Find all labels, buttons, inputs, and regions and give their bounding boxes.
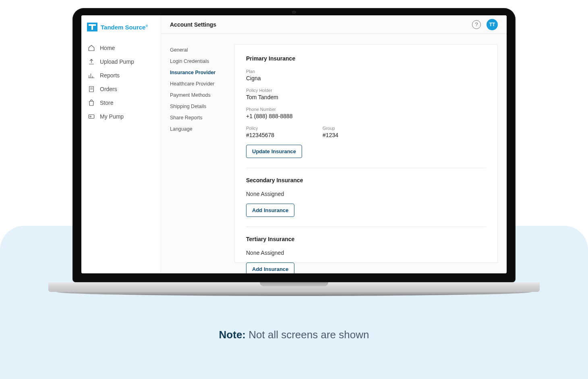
nav-reports-label: Reports — [100, 72, 120, 79]
brand-name: Tandem Source® — [101, 24, 148, 31]
secondary-insurance-title: Secondary Insurance — [246, 177, 486, 183]
tertiary-insurance-section: Tertiary Insurance None Assigned Add Ins… — [246, 227, 486, 273]
avatar[interactable]: TT — [487, 19, 498, 30]
add-tertiary-insurance-button[interactable]: Add Insurance — [246, 262, 294, 273]
policy-label: Policy — [246, 126, 274, 131]
app-sidebar: Tandem Source® Home Upload Pump — [81, 15, 161, 273]
brand-mark-icon — [87, 23, 97, 31]
nav-store-label: Store — [100, 100, 113, 106]
brand-logo[interactable]: Tandem Source® — [81, 21, 161, 39]
nav-my-pump[interactable]: My Pump — [84, 110, 158, 123]
receipt-icon — [88, 85, 95, 93]
svg-point-2 — [90, 116, 91, 117]
plan-value: Cigna — [246, 75, 486, 81]
settings-nav-shipping[interactable]: Shipping Details — [170, 101, 226, 112]
group-label: Group — [323, 126, 338, 131]
caption-bold: Note: — [219, 329, 246, 341]
plan-label: Plan — [246, 69, 486, 74]
nav-home-label: Home — [100, 45, 115, 51]
secondary-insurance-section: Secondary Insurance None Assigned Add In… — [246, 168, 486, 227]
secondary-none-text: None Assigned — [246, 191, 486, 197]
phone-value: +1 (888) 888-8888 — [246, 113, 486, 119]
main-area: Account Settings ? TT General Login Cred… — [161, 15, 507, 273]
laptop-base — [48, 282, 540, 297]
settings-subnav: General Login Credentials Insurance Prov… — [170, 44, 226, 263]
laptop-camera — [292, 11, 296, 13]
add-secondary-insurance-button[interactable]: Add Insurance — [246, 204, 294, 217]
nav-reports[interactable]: Reports — [84, 69, 158, 82]
app-screen: Tandem Source® Home Upload Pump — [81, 15, 507, 273]
caption-rest: Not all screens are shown — [246, 329, 369, 341]
topbar: Account Settings ? TT — [161, 15, 507, 34]
laptop-frame: Tandem Source® Home Upload Pump — [72, 8, 516, 282]
bar-chart-icon — [88, 72, 95, 79]
footer-caption: Note: Not all screens are shown — [0, 329, 588, 341]
insurance-panel: Primary Insurance Plan Cigna Policy Hold… — [234, 44, 498, 263]
laptop-mockup: Tandem Source® Home Upload Pump — [72, 8, 516, 297]
primary-insurance-section: Primary Insurance Plan Cigna Policy Hold… — [246, 55, 486, 168]
topbar-actions: ? TT — [472, 19, 498, 30]
group-field: Group #1234 — [323, 126, 338, 138]
primary-nav: Home Upload Pump Reports — [81, 39, 161, 126]
upload-icon — [88, 58, 95, 65]
phone-label: Phone Number — [246, 107, 486, 112]
page-title: Account Settings — [170, 21, 216, 28]
nav-upload-label: Upload Pump — [100, 58, 134, 65]
nav-home[interactable]: Home — [84, 41, 158, 55]
policy-value: #12345678 — [246, 132, 274, 138]
primary-insurance-title: Primary Insurance — [246, 55, 486, 62]
plan-field: Plan Cigna — [246, 69, 486, 81]
tertiary-none-text: None Assigned — [246, 250, 486, 256]
settings-nav-language[interactable]: Language — [170, 123, 226, 135]
nav-my-pump-label: My Pump — [100, 113, 124, 120]
nav-orders-label: Orders — [100, 86, 117, 92]
settings-nav-payment[interactable]: Payment Methods — [170, 90, 226, 101]
phone-field: Phone Number +1 (888) 888-8888 — [246, 107, 486, 119]
tertiary-insurance-title: Tertiary Insurance — [246, 236, 486, 242]
nav-store[interactable]: Store — [84, 96, 158, 110]
settings-nav-healthcare[interactable]: Healthcare Provider — [170, 78, 226, 90]
content-area: General Login Credentials Insurance Prov… — [161, 34, 507, 273]
nav-upload-pump[interactable]: Upload Pump — [84, 55, 158, 69]
device-icon — [88, 113, 95, 120]
settings-nav-general[interactable]: General — [170, 44, 226, 56]
policy-holder-value: Tom Tandem — [246, 94, 486, 100]
settings-nav-insurance[interactable]: Insurance Provider — [170, 67, 226, 78]
policy-holder-label: Policy Holder — [246, 88, 486, 93]
svg-rect-1 — [89, 115, 94, 119]
update-insurance-button[interactable]: Update Insurance — [246, 145, 302, 158]
home-icon — [88, 44, 95, 52]
help-icon[interactable]: ? — [472, 20, 481, 29]
shopping-bag-icon — [88, 99, 95, 106]
group-value: #1234 — [323, 132, 338, 138]
settings-nav-login[interactable]: Login Credentials — [170, 56, 226, 67]
nav-orders[interactable]: Orders — [84, 82, 158, 96]
settings-nav-share[interactable]: Share Reports — [170, 112, 226, 123]
policy-field: Policy #12345678 — [246, 126, 274, 138]
policy-holder-field: Policy Holder Tom Tandem — [246, 88, 486, 100]
